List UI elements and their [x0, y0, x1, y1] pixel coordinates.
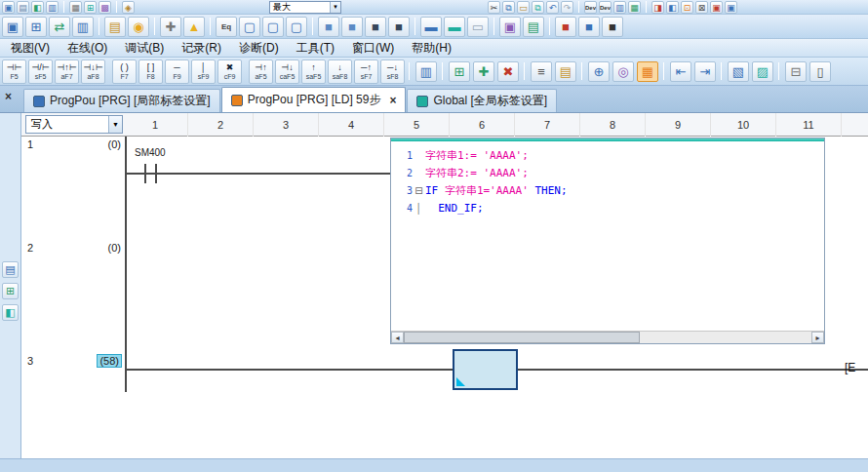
panel-close-icon[interactable]: × [5, 90, 12, 103]
nav-view-icon[interactable]: ◧ [2, 304, 19, 321]
new-window-icon[interactable]: ⊞ [25, 17, 47, 37]
green-tool-icon[interactable]: ▤ [523, 17, 544, 37]
ladder-symbol-F9[interactable]: ─F9 [165, 59, 189, 84]
st-line[interactable]: 1字符串1:= 'AAAA'; [391, 146, 824, 164]
ladder-symbol-F7[interactable]: ( )F7 [112, 59, 137, 84]
frame-window2-icon[interactable]: ▢ [262, 17, 284, 37]
grid-icon[interactable]: ▩ [99, 1, 111, 14]
folder-icon[interactable]: ▤ [104, 17, 126, 37]
zoom-combo[interactable]: 最大 ▼ [269, 1, 341, 14]
tab[interactable]: ProgPou [PRG] [LD] 59步× [221, 87, 407, 112]
fold-collapse-icon[interactable]: ⊟ [413, 185, 425, 196]
ladder-symbol-aF7[interactable]: ⊣↑⊢aF7 [55, 59, 79, 84]
device-read-icon[interactable]: Dev [584, 1, 597, 14]
nav-add-icon[interactable]: ⊞ [2, 283, 19, 299]
ladder-symbol-saF8[interactable]: ↓saF8 [328, 59, 352, 84]
plc-run-icon[interactable]: ◧ [666, 1, 679, 14]
nav-project-icon[interactable]: ▤ [2, 261, 19, 278]
block1-icon[interactable]: ■ [318, 17, 339, 37]
selected-cell[interactable] [453, 349, 518, 390]
scroll-right-icon[interactable]: ▸ [811, 332, 824, 343]
ladder-symbol-aF5[interactable]: ⊣↑aF5 [249, 59, 273, 84]
ladder-symbol-aF8[interactable]: ⊣↓⊢aF8 [81, 59, 105, 84]
menu-item[interactable]: 在线(O) [59, 39, 116, 58]
ladder-symbol-cF9[interactable]: ✖cF9 [217, 59, 242, 84]
tool-icon[interactable]: ✚ [160, 17, 181, 37]
tab[interactable]: Global [全局标签设置] [407, 89, 557, 112]
bar2-icon[interactable]: ▬ [444, 17, 465, 37]
device-list-icon[interactable]: ▥ [72, 17, 94, 37]
purple-tool-icon[interactable]: ▣ [499, 17, 521, 37]
st-line[interactable]: 2字符串2:= 'AAAA'; [391, 164, 824, 181]
ladder-symbol-sF5[interactable]: ⊣/⊢sF5 [28, 59, 53, 84]
collapse-icon[interactable]: ⊟ [785, 61, 807, 82]
blue-tool-icon[interactable]: ▣ [725, 1, 737, 14]
pattern1-icon[interactable]: ▧ [728, 61, 749, 82]
cut-icon[interactable]: ✂ [488, 1, 500, 14]
ladder-symbol-F5[interactable]: ⊣⊢F5 [2, 59, 26, 84]
plc-stop-icon[interactable]: ◨ [651, 1, 664, 14]
red-tool-icon[interactable]: ▣ [710, 1, 723, 14]
device-write-icon[interactable]: Dev [599, 1, 612, 14]
close-window-icon[interactable]: ⊠ [695, 1, 708, 14]
inline-st-editor[interactable]: 1字符串1:= 'AAAA';2字符串2:= 'AAAA';3⊟IF 字符串1=… [390, 138, 825, 344]
ladder-symbol-sF8[interactable]: ─↓sF8 [380, 59, 405, 84]
redo-icon[interactable]: ↷ [561, 1, 573, 14]
mode-dropdown-icon[interactable]: ▼ [108, 116, 122, 133]
eq-monitor-icon[interactable]: Eq [216, 17, 237, 37]
frame-window1-icon[interactable]: ▢ [239, 17, 260, 37]
end-instruction[interactable]: [E [845, 361, 855, 374]
device-search-icon[interactable]: ◎ [612, 61, 634, 82]
simulation-icon[interactable]: ◉ [128, 17, 149, 37]
save-icon[interactable]: ◧ [31, 1, 44, 14]
insert-row-icon[interactable]: ⊞ [449, 61, 470, 82]
st-h-scrollbar[interactable]: ◂ ▸ [391, 331, 824, 343]
ladder-symbol-sF9[interactable]: │sF9 [191, 59, 216, 84]
watch-icon[interactable]: ⊡ [681, 1, 693, 14]
mode-dropdown[interactable]: 写入 ▼ [25, 115, 123, 134]
jump-end-icon[interactable]: ⇥ [694, 61, 716, 82]
combo-dropdown-icon[interactable]: ▼ [330, 2, 340, 13]
cross-reference-icon[interactable]: ⇄ [49, 17, 70, 37]
block3-icon[interactable]: ■ [365, 17, 386, 37]
paste-special-icon[interactable]: ⧉ [532, 1, 544, 14]
st-line[interactable]: 3⊟IF 字符串1='AAAA' THEN; [391, 181, 824, 199]
bar1-icon[interactable]: ▬ [420, 17, 442, 37]
dark-block-icon[interactable]: ■ [602, 17, 623, 37]
paste-icon[interactable]: ▭ [517, 1, 530, 14]
outline-icon[interactable]: ▯ [809, 61, 831, 82]
verify-icon[interactable]: ▦ [628, 1, 641, 14]
menu-item[interactable]: 窗口(W) [343, 39, 403, 58]
scroll-left-icon[interactable]: ◂ [391, 332, 404, 343]
menu-item[interactable]: 视图(V) [2, 39, 59, 58]
menu-item[interactable]: 记录(R) [173, 39, 230, 58]
window-list-icon[interactable]: ▦ [69, 1, 82, 14]
menu-item[interactable]: 调试(B) [116, 39, 173, 58]
device-comment-icon[interactable]: ▥ [415, 61, 437, 82]
ladder-symbol-F8[interactable]: [ ]F8 [138, 59, 163, 84]
open-project-icon[interactable]: ▤ [17, 1, 29, 14]
ladder-symbol-caF5[interactable]: ⊣↓caF5 [275, 59, 299, 84]
menu-item[interactable]: 工具(T) [288, 39, 343, 58]
zoom-icon[interactable]: ⊕ [588, 61, 610, 82]
print-icon[interactable]: ▥ [46, 1, 59, 14]
block2-icon[interactable]: ■ [341, 17, 363, 37]
parameter-icon[interactable]: ◈ [122, 1, 135, 14]
delete-icon[interactable]: ✖ [497, 61, 519, 82]
inline-st-icon[interactable]: ▦ [637, 61, 658, 82]
ladder-canvas[interactable]: SM400 [E 1字符串1:= 'AAAA';2字符串2:= 'AAAA';3… [21, 137, 868, 458]
add-window-icon[interactable]: ⊞ [84, 1, 97, 14]
pattern2-icon[interactable]: ▨ [752, 61, 773, 82]
project-view-icon[interactable]: ▣ [2, 17, 23, 37]
ladder-symbol-saF5[interactable]: ↑saF5 [301, 59, 326, 84]
statement-icon[interactable]: ≡ [531, 61, 552, 82]
scroll-thumb[interactable] [404, 332, 640, 343]
note-icon[interactable]: ▤ [555, 61, 576, 82]
scroll-track[interactable] [404, 332, 811, 343]
red-block-icon[interactable]: ■ [555, 17, 576, 37]
menu-item[interactable]: 诊断(D) [230, 39, 288, 58]
ladder-symbol-sF7[interactable]: ─↑sF7 [354, 59, 378, 84]
undo-icon[interactable]: ↶ [546, 1, 559, 14]
jump-start-icon[interactable]: ⇤ [670, 61, 691, 82]
tab-close-icon[interactable]: × [389, 94, 396, 107]
